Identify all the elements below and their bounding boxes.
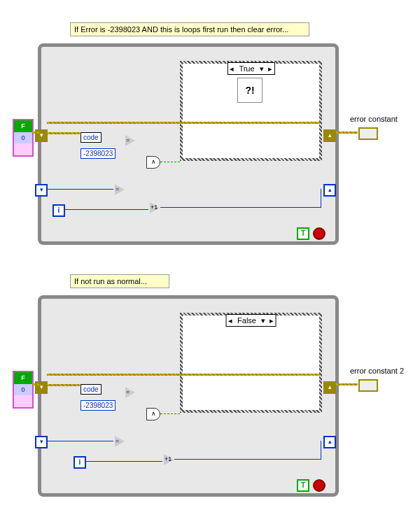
- sr-wire-1: [47, 189, 113, 190]
- shiftreg-int-left-1: ▾: [35, 184, 48, 197]
- increment-2: [164, 454, 174, 465]
- shiftreg-error-right-1: ▴: [323, 129, 336, 142]
- case-selector-2[interactable]: ◂ False ▾ ▸: [225, 314, 276, 327]
- true-constant-2[interactable]: T: [297, 479, 309, 492]
- case-selector-1[interactable]: ◂ True ▾ ▸: [227, 62, 274, 75]
- inc-out-wire-1: [160, 207, 321, 208]
- inc-up-wire-2: [321, 441, 321, 460]
- case-dropdown-icon-2[interactable]: ▾: [259, 316, 267, 325]
- error-in-wire-1: [32, 132, 39, 134]
- true-constant-1[interactable]: T: [297, 227, 309, 240]
- shiftreg-int-right-1: ▴: [323, 184, 336, 197]
- clear-errors-vi[interactable]: ?!: [237, 78, 262, 103]
- case-next-icon[interactable]: ▸: [266, 64, 274, 73]
- shiftreg-int-right-2: ▴: [323, 436, 336, 448]
- while-loop-2: ◂ False ▾ ▸ code -2398023 ∧ i ▾ ▾ ▴ ▴ T: [38, 295, 339, 497]
- status-false-icon-2: F: [14, 372, 32, 384]
- stop-terminal-1: [313, 227, 326, 240]
- error-code-constant-1[interactable]: -2398023: [80, 148, 115, 159]
- error-code-constant-2[interactable]: -2398023: [80, 400, 115, 411]
- while-loop-1: ◂ True ▾ ▸ ?! code -2398023 ∧ i ▾ ▾ ▴ ▴ …: [38, 43, 339, 245]
- sr-wire-2: [47, 441, 113, 441]
- code-zero-2: 0: [14, 384, 32, 396]
- comment-top: If Error is -2398023 AND this is loops f…: [70, 22, 309, 36]
- source-empty-2: [14, 395, 32, 407]
- case-structure-1: ◂ True ▾ ▸ ?!: [180, 61, 322, 161]
- error-indicator-label-2: error constant 2: [350, 367, 404, 375]
- case-structure-2: ◂ False ▾ ▸: [180, 313, 322, 413]
- error-indicator-1[interactable]: [358, 127, 378, 140]
- error-out-wire-1: [335, 132, 358, 134]
- shiftreg-error-right-2: ▴: [323, 381, 336, 394]
- inc-up-wire-1: [321, 189, 321, 208]
- case-prev-icon[interactable]: ◂: [227, 64, 236, 73]
- unbundle-code-1: code: [80, 132, 102, 143]
- error-out-wire-2: [335, 383, 358, 385]
- case-value-1: True: [236, 64, 257, 73]
- equal-code-2: [125, 387, 135, 398]
- increment-1: [150, 202, 160, 213]
- iter-wire-2: [85, 461, 162, 462]
- source-empty: [14, 143, 32, 155]
- error-indicator-2[interactable]: [358, 379, 378, 392]
- error-in-constant-1[interactable]: F 0: [13, 119, 34, 157]
- iter-wire-1: [64, 209, 148, 210]
- stop-terminal-2: [313, 479, 326, 492]
- shiftreg-int-left-2: ▾: [35, 436, 48, 448]
- and-to-case-wire-2: [160, 413, 180, 414]
- clear-errors-icon: ?!: [245, 85, 254, 96]
- iteration-terminal-2: i: [74, 456, 86, 469]
- and-gate-2: ∧: [146, 408, 160, 420]
- case-prev-icon-2[interactable]: ◂: [226, 316, 234, 325]
- iteration-terminal-1: i: [52, 204, 65, 217]
- error-in-constant-2[interactable]: F 0: [13, 371, 34, 409]
- code-zero: 0: [14, 132, 32, 144]
- case-next-icon-2[interactable]: ▸: [267, 316, 276, 325]
- and-to-case-wire-1: [160, 162, 180, 162]
- case-value-2: False: [234, 316, 259, 325]
- error-wire-branch-1: [47, 132, 80, 134]
- equal-code-1: [125, 135, 135, 146]
- equal-iter-2: [115, 436, 125, 447]
- case-dropdown-icon[interactable]: ▾: [258, 64, 266, 73]
- error-wire-branch-2: [47, 384, 80, 386]
- unbundle-code-2: code: [80, 384, 102, 395]
- equal-iter-1: [115, 184, 125, 195]
- and-gate-1: ∧: [146, 156, 160, 169]
- comment-bottom: If not run as normal...: [70, 274, 169, 288]
- status-false-icon: F: [14, 120, 32, 132]
- error-wire-top-1: [47, 122, 320, 124]
- error-indicator-label-1: error constant: [350, 115, 398, 123]
- inc-out-wire-2: [174, 459, 321, 460]
- error-wire-top-2: [47, 374, 320, 376]
- error-in-wire-2: [32, 383, 39, 385]
